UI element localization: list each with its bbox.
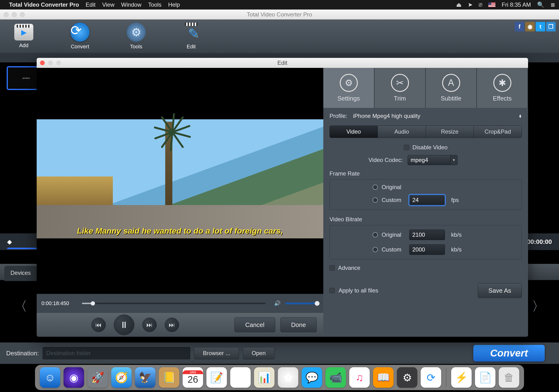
menubar-clock[interactable]: Fri 8:35 AM [502, 1, 531, 8]
dock-converter-icon[interactable]: ⟳ [421, 367, 441, 388]
main-window-title: Total Video Converter Pro [247, 11, 312, 18]
pause-button[interactable]: ⏸ [114, 315, 134, 335]
video-subtitle: Like Manny said he wanted to do a lot of… [37, 226, 323, 235]
prev-button[interactable]: ⏮ [91, 318, 106, 332]
subtab-croppad[interactable]: Crop&Pad [474, 126, 522, 138]
video-preview[interactable]: Like Manny said he wanted to do a lot of… [37, 68, 323, 294]
timeline-marker-icon[interactable]: ◆ [7, 238, 12, 245]
dock-mail-icon[interactable]: 🦅 [135, 367, 156, 388]
volume-slider[interactable] [285, 302, 318, 304]
spotlight-icon[interactable]: 🔍 [537, 1, 544, 8]
toolbar-add-button[interactable]: Add [14, 24, 33, 49]
menu-tools[interactable]: Tools [148, 1, 161, 8]
video-codec-select[interactable]: mpeg4 ▼ [408, 155, 457, 165]
volume-icon[interactable]: 🔊 [274, 300, 280, 307]
traffic-max-icon[interactable] [20, 12, 25, 17]
nav-next-icon[interactable]: 〉 [532, 298, 545, 315]
convert-button[interactable]: Convert [473, 345, 545, 362]
dock-document-icon[interactable]: 📄 [475, 367, 495, 388]
bitrate-panel: Original 2100 kb/s Custom 2000 kb/s [329, 225, 522, 259]
control-center-icon[interactable]: ≣ [550, 1, 555, 8]
subtab-audio[interactable]: Audio [378, 126, 426, 138]
toolbar-add-label: Add [19, 42, 28, 49]
devices-tab[interactable]: Devices [4, 266, 37, 281]
traffic-min-icon[interactable] [12, 12, 17, 17]
share-icon[interactable]: ❐ [546, 22, 556, 31]
tab-subtitle[interactable]: A Subtitle [426, 68, 477, 108]
menu-view[interactable]: View [102, 1, 114, 8]
menu-help[interactable]: Help [168, 1, 180, 8]
dock-ibooks-icon[interactable]: 📖 [373, 367, 393, 388]
social-links: f ◉ t ❐ [515, 22, 556, 31]
tray-icon-1[interactable]: ⏏ [456, 1, 462, 8]
preview-progress[interactable] [82, 303, 265, 304]
twitter-icon[interactable]: t [536, 22, 545, 31]
dock-photos-icon[interactable]: ✿ [278, 367, 298, 388]
step-button[interactable]: ⏭ [142, 318, 157, 332]
dialog-max-icon[interactable] [56, 60, 61, 65]
next-button[interactable]: ⏭ [165, 318, 179, 332]
dock-reminders-icon[interactable]: ☑ [230, 367, 251, 388]
dialog-close-icon[interactable] [40, 60, 45, 65]
framerate-custom-radio[interactable] [373, 197, 378, 203]
destination-input[interactable]: Destination folder [43, 347, 190, 359]
bitrate-custom-radio[interactable] [373, 247, 378, 252]
dock-facetime-icon[interactable]: 📹 [326, 367, 346, 388]
input-flag-icon[interactable] [488, 2, 495, 7]
dock-app-icon[interactable]: ⚡ [451, 367, 472, 388]
dock-safari-icon[interactable]: 🧭 [111, 367, 132, 388]
traffic-close-icon[interactable] [4, 12, 9, 17]
browser-button[interactable]: Browser ... [194, 347, 239, 359]
profile-label: Profile: [329, 113, 347, 119]
save-as-button[interactable]: Save As [478, 283, 522, 298]
bitrate-custom-input[interactable]: 2000 [409, 244, 445, 255]
advance-checkbox[interactable] [329, 265, 335, 271]
dialog-min-icon[interactable] [48, 60, 53, 65]
dock-launchpad-icon[interactable]: 🚀 [87, 367, 108, 388]
dock-numbers-icon[interactable]: 📊 [254, 367, 274, 388]
instagram-icon[interactable]: ◉ [525, 22, 535, 31]
profile-select[interactable]: iPhone Mpeg4 high quality ▲▼ [353, 113, 522, 119]
tab-settings[interactable]: ⚙ Settings [323, 68, 374, 108]
framerate-custom-input[interactable]: 24 [409, 195, 445, 205]
display-icon[interactable]: ⎚ [479, 1, 482, 8]
nav-prev-icon[interactable]: 〈 [14, 298, 27, 315]
tab-effects[interactable]: ✱ Effects [477, 68, 528, 108]
volume-knob-icon[interactable] [315, 301, 319, 306]
apply-all-checkbox[interactable] [329, 288, 335, 293]
subtab-resize[interactable]: Resize [426, 126, 474, 138]
tab-trim[interactable]: ✂ Trim [374, 68, 426, 108]
toolbar-convert-button[interactable]: ⟳ Convert [70, 23, 90, 50]
bitrate-original-radio[interactable] [373, 232, 378, 237]
dock-finder-icon[interactable]: ☺ [40, 367, 60, 388]
menu-edit[interactable]: Edit [86, 1, 95, 8]
tray-icon-2[interactable]: ➤ [468, 1, 473, 8]
toolbar-edit-button[interactable]: Edit [183, 23, 199, 50]
dock-trash-icon[interactable]: 🗑 [499, 367, 519, 388]
chevron-down-icon: ▼ [450, 155, 457, 165]
dock-music-icon[interactable]: ♫ [349, 367, 370, 388]
progress-knob-icon[interactable] [91, 301, 95, 306]
framerate-unit: fps [451, 197, 459, 203]
dock-siri-icon[interactable]: ◉ [64, 367, 84, 388]
disable-video-label: Disable Video [412, 144, 447, 151]
dock-settings-icon[interactable]: ⚙ [397, 367, 417, 388]
facebook-icon[interactable]: f [515, 22, 524, 31]
dock-messages-icon[interactable]: 💬 [302, 367, 322, 388]
dock-contacts-icon[interactable]: 📒 [159, 367, 179, 388]
app-title[interactable]: Total Video Converter Pro [9, 1, 79, 8]
done-button[interactable]: Done [280, 317, 317, 332]
framerate-original-radio[interactable] [373, 185, 378, 190]
dock-notes-icon[interactable]: 📝 [206, 367, 227, 388]
open-button[interactable]: Open [243, 347, 274, 359]
disable-video-checkbox[interactable] [404, 145, 409, 150]
dock-calendar-icon[interactable]: JAN 26 [183, 367, 203, 388]
cancel-button[interactable]: Cancel [234, 317, 275, 332]
subtab-video[interactable]: Video [330, 126, 378, 138]
chevron-updown-icon: ▲▼ [519, 114, 522, 118]
profile-value: iPhone Mpeg4 high quality [353, 113, 420, 119]
menu-window[interactable]: Window [121, 1, 141, 8]
edit-pencil-icon [183, 23, 199, 42]
bitrate-original-input[interactable]: 2100 [409, 230, 445, 240]
toolbar-tools-button[interactable]: ⚙ Tools [127, 23, 146, 50]
